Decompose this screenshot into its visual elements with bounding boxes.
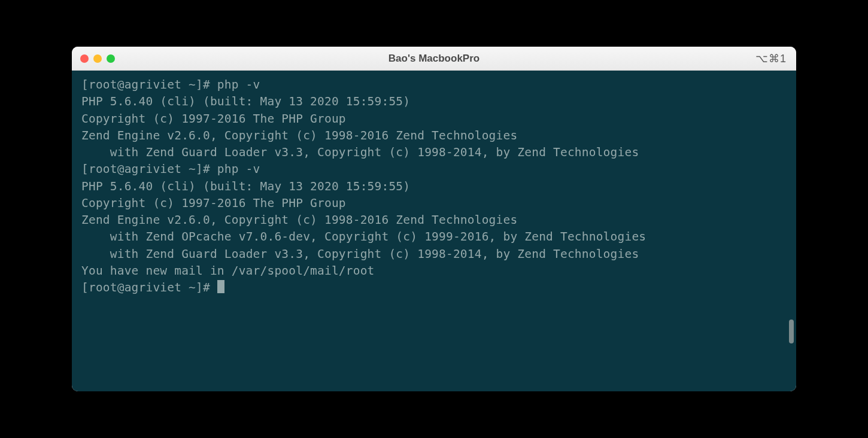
terminal-output-line: You have new mail in /var/spool/mail/roo… bbox=[81, 263, 787, 279]
terminal-output-line: Copyright (c) 1997-2016 The PHP Group bbox=[81, 111, 787, 127]
close-button[interactable] bbox=[80, 54, 89, 63]
terminal-prompt-line: [root@agriviet ~]# bbox=[81, 279, 787, 296]
maximize-button[interactable] bbox=[107, 54, 115, 63]
terminal-output-line: [root@agriviet ~]# php -v bbox=[81, 77, 787, 93]
traffic-lights bbox=[80, 54, 115, 63]
window-title: Bao's MacbookPro bbox=[389, 53, 479, 65]
terminal-output-line: with Zend OPcache v7.0.6-dev, Copyright … bbox=[81, 229, 787, 245]
terminal-prompt: [root@agriviet ~]# bbox=[81, 281, 217, 294]
terminal-cursor bbox=[217, 280, 224, 293]
terminal-body[interactable]: [root@agriviet ~]# php -v PHP 5.6.40 (cl… bbox=[72, 71, 796, 391]
minimize-button[interactable] bbox=[93, 54, 102, 63]
terminal-output-line: PHP 5.6.40 (cli) (built: May 13 2020 15:… bbox=[81, 178, 787, 195]
terminal-window: Bao's MacbookPro ⌥⌘1 [root@agriviet ~]# … bbox=[72, 47, 796, 391]
terminal-output-line: Zend Engine v2.6.0, Copyright (c) 1998-2… bbox=[81, 127, 787, 144]
scrollbar-thumb[interactable] bbox=[789, 320, 794, 343]
window-titlebar[interactable]: Bao's MacbookPro ⌥⌘1 bbox=[72, 47, 796, 71]
shortcut-indicator: ⌥⌘1 bbox=[755, 52, 787, 65]
terminal-output-line: Zend Engine v2.6.0, Copyright (c) 1998-2… bbox=[81, 212, 787, 229]
terminal-output-line: [root@agriviet ~]# php -v bbox=[81, 161, 787, 178]
terminal-output-line: with Zend Guard Loader v3.3, Copyright (… bbox=[81, 144, 787, 161]
terminal-output-line: PHP 5.6.40 (cli) (built: May 13 2020 15:… bbox=[81, 93, 787, 110]
terminal-output-line: with Zend Guard Loader v3.3, Copyright (… bbox=[81, 246, 787, 263]
terminal-output-line: Copyright (c) 1997-2016 The PHP Group bbox=[81, 195, 787, 212]
